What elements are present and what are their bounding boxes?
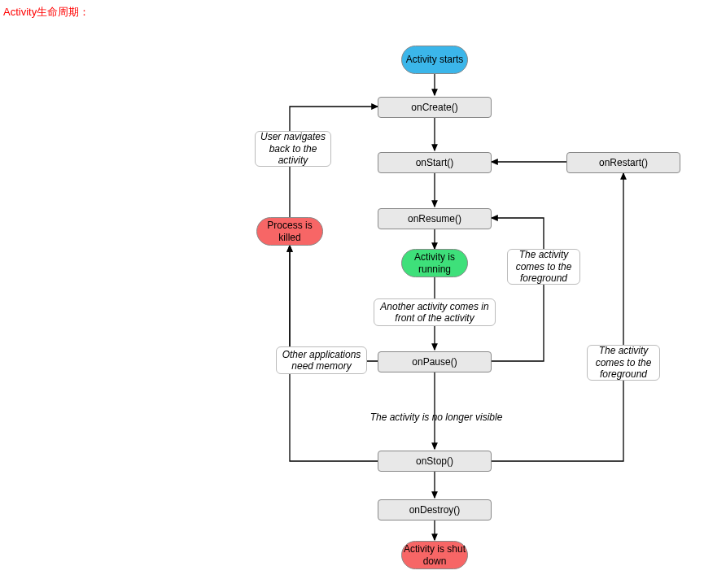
node-onstop: onStop() <box>378 451 492 472</box>
node-onpause: onPause() <box>378 351 492 372</box>
node-activity-starts: Activity starts <box>401 46 468 74</box>
node-ondestroy: onDestroy() <box>378 499 492 520</box>
node-onresume: onResume() <box>378 208 492 229</box>
page-title: Activity生命周期： <box>3 5 90 20</box>
label-foreground-1: The activity comes to the foreground <box>507 249 580 285</box>
label-other-apps: Other applications need memory <box>276 346 367 374</box>
label-foreground-2: The activity comes to the foreground <box>587 345 660 381</box>
node-activity-running: Activity is running <box>401 249 468 277</box>
node-onstart: onStart() <box>378 152 492 173</box>
label-another-activity: Another activity comes in front of the a… <box>374 298 496 326</box>
label-user-navigates: User navigates back to the activity <box>255 131 331 167</box>
node-onrestart: onRestart() <box>566 152 680 173</box>
node-process-killed: Process is killed <box>256 217 323 246</box>
node-oncreate: onCreate() <box>378 97 492 118</box>
node-activity-shutdown: Activity is shut down <box>401 541 468 569</box>
label-no-longer-visible: The activity is no longer visible <box>363 412 509 423</box>
arrows-layer <box>0 0 704 588</box>
